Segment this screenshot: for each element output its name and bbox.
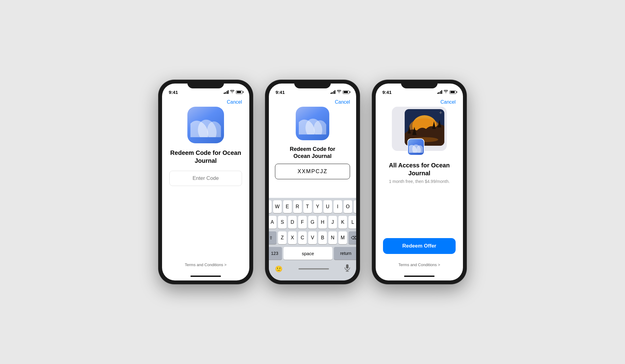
notch-1	[187, 80, 224, 88]
phone-1: 9:41	[158, 80, 253, 284]
app-icon-2	[296, 107, 329, 140]
wifi-icon-1	[230, 90, 234, 94]
key-x[interactable]: X	[288, 231, 297, 244]
cancel-button-1[interactable]: Cancel	[169, 97, 242, 107]
key-l[interactable]: L	[349, 216, 356, 229]
mic-icon[interactable]	[345, 264, 350, 273]
offer-app-icon	[407, 138, 424, 155]
key-a[interactable]: A	[269, 216, 276, 229]
key-t[interactable]: T	[303, 200, 312, 213]
key-y[interactable]: Y	[313, 200, 322, 213]
cancel-button-3[interactable]: Cancel	[383, 97, 456, 107]
phone-1-screen: 9:41	[162, 84, 249, 280]
key-p[interactable]: P	[354, 200, 356, 213]
signal-icon-3	[437, 90, 443, 94]
phone-2: 9:41	[265, 80, 360, 284]
offer-image-container: +	[383, 107, 456, 151]
wifi-icon-2	[337, 90, 341, 94]
signal-icon-1	[224, 90, 229, 94]
keyboard-row-4: 123 space return	[270, 247, 355, 260]
screen-content-3: Cancel	[376, 97, 463, 273]
status-icons-2	[331, 90, 350, 94]
key-e[interactable]: E	[283, 200, 292, 213]
phone-3: 9:41	[372, 80, 467, 284]
key-m[interactable]: M	[338, 231, 347, 244]
battery-icon-3	[450, 91, 456, 94]
key-n[interactable]: N	[328, 231, 337, 244]
key-f[interactable]: F	[298, 216, 307, 229]
keyboard: Q W E R T Y U I O P A S D F G H J K L	[269, 198, 356, 280]
phone-3-screen: 9:41	[376, 84, 463, 280]
home-indicator-1	[162, 273, 249, 280]
svg-rect-6	[346, 264, 349, 269]
redeem-offer-button[interactable]: Redeem Offer	[383, 238, 456, 254]
key-d[interactable]: D	[288, 216, 297, 229]
key-u[interactable]: U	[323, 200, 332, 213]
key-shift[interactable]: ⇧	[269, 231, 276, 244]
key-space[interactable]: space	[284, 247, 332, 260]
key-j[interactable]: J	[328, 216, 337, 229]
key-v[interactable]: V	[308, 231, 317, 244]
screen-title-1: Redeem Code for Ocean Journal	[169, 149, 242, 165]
app-icon-container-2	[275, 107, 350, 140]
key-s[interactable]: S	[278, 216, 287, 229]
key-g[interactable]: G	[308, 216, 317, 229]
key-k[interactable]: K	[338, 216, 347, 229]
key-o[interactable]: O	[344, 200, 352, 213]
notch-2	[294, 80, 331, 88]
screen-content-2: Cancel Redeem Code forOcean Journal	[269, 97, 356, 198]
status-icons-1	[224, 90, 243, 94]
key-r[interactable]: R	[293, 200, 302, 213]
cancel-button-2[interactable]: Cancel	[275, 97, 350, 107]
keyboard-row-3: ⇧ Z X C V B N M ⌫	[270, 231, 355, 244]
home-indicator-3	[376, 273, 463, 280]
status-icons-3	[437, 90, 457, 94]
key-b[interactable]: B	[318, 231, 327, 244]
wifi-icon-3	[444, 90, 448, 94]
key-delete[interactable]: ⌫	[349, 231, 356, 244]
plus-icon: +	[437, 109, 444, 116]
keyboard-row-1: Q W E R T Y U I O P	[270, 200, 355, 213]
emoji-icon[interactable]: 🙂	[275, 265, 283, 273]
terms-link-1[interactable]: Terms and Conditions >	[169, 258, 242, 273]
key-123[interactable]: 123	[269, 247, 282, 260]
key-c[interactable]: C	[298, 231, 307, 244]
app-icon-1	[187, 107, 224, 143]
screen-content-1: Cancel Redeem Code for Ocean Journal	[162, 97, 249, 273]
status-time-1: 9:41	[169, 90, 178, 95]
phone-2-screen: 9:41	[269, 84, 356, 280]
notch-3	[401, 80, 438, 88]
key-i[interactable]: I	[334, 200, 342, 213]
offer-title: All Access for Ocean Journal	[383, 161, 456, 177]
key-w[interactable]: W	[273, 200, 282, 213]
status-time-2: 9:41	[276, 90, 285, 95]
key-h[interactable]: H	[318, 216, 327, 229]
code-input-1[interactable]	[169, 171, 242, 186]
key-z[interactable]: Z	[278, 231, 287, 244]
terms-link-3[interactable]: Terms and Conditions >	[383, 258, 456, 273]
screen-title-2: Redeem Code forOcean Journal	[275, 146, 350, 160]
code-input-2[interactable]	[275, 164, 350, 179]
offer-subtitle: 1 month free, then $4.99/month.	[383, 179, 456, 184]
battery-icon-2	[343, 91, 349, 94]
key-q[interactable]: Q	[269, 200, 272, 213]
app-icon-container-1	[169, 107, 242, 143]
keyboard-bottom-bar: 🙂	[270, 262, 355, 279]
key-return[interactable]: return	[334, 247, 356, 260]
signal-icon-2	[331, 90, 336, 94]
battery-icon-1	[236, 91, 243, 94]
keyboard-row-2: A S D F G H J K L	[270, 216, 355, 229]
status-time-3: 9:41	[382, 90, 392, 95]
